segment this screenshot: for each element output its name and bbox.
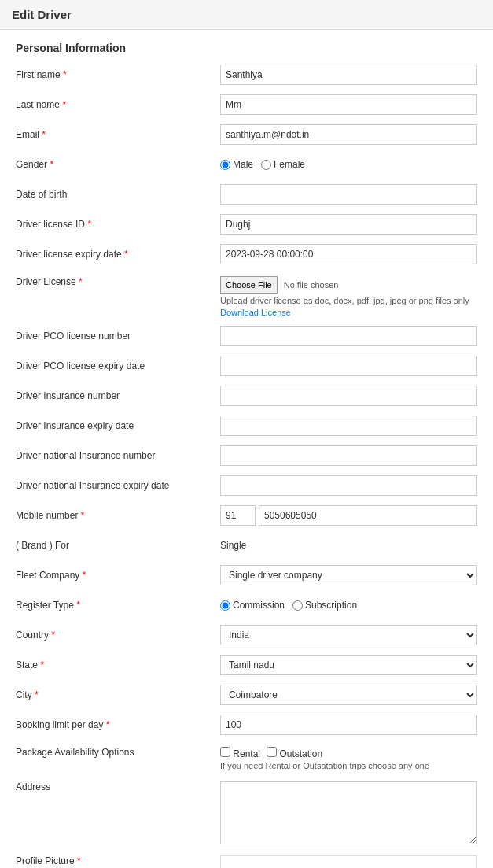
- gender-male-radio[interactable]: [220, 160, 230, 170]
- city-row: City * Coimbatore Chennai Mumbai: [16, 684, 477, 706]
- state-label: State *: [16, 659, 220, 670]
- first-name-row: First name *: [16, 64, 477, 86]
- driver-license-id-label: Driver license ID *: [16, 219, 220, 230]
- register-type-row: Register Type * Commission Subscription: [16, 594, 477, 616]
- driver-insurance-expiry-label: Driver Insurance expiry date: [16, 420, 220, 431]
- driver-pco-expiry-label: Driver PCO license expiry date: [16, 360, 220, 371]
- register-subscription-option[interactable]: Subscription: [292, 600, 357, 611]
- driver-license-expiry-row: Driver license expiry date *: [16, 243, 477, 265]
- address-label: Address: [16, 781, 220, 792]
- address-row: Address: [16, 778, 477, 844]
- signature-preview: [220, 855, 477, 868]
- driver-national-insurance-number-row: Driver national Insurance number: [16, 445, 477, 467]
- mobile-code-input[interactable]: [220, 505, 256, 526]
- last-name-input[interactable]: [220, 94, 477, 115]
- driver-national-insurance-expiry-label: Driver national Insurance expiry date: [16, 480, 220, 491]
- gender-male-option[interactable]: Male: [220, 159, 253, 170]
- driver-license-choose-file-button[interactable]: Choose File: [220, 276, 278, 294]
- register-type-radio-group: Commission Subscription: [220, 600, 357, 611]
- driver-insurance-number-label: Driver Insurance number: [16, 390, 220, 401]
- driver-license-file-row-inner: Choose File No file chosen: [220, 276, 469, 294]
- email-input[interactable]: [220, 124, 477, 145]
- booking-limit-label: Booking limit per day *: [16, 719, 220, 730]
- mobile-number-label: Mobile number *: [16, 510, 220, 521]
- fleet-company-select[interactable]: Single driver company Company 2 Company …: [220, 565, 477, 585]
- register-commission-option[interactable]: Commission: [220, 600, 285, 611]
- driver-pco-number-label: Driver PCO license number: [16, 331, 220, 342]
- package-outstation-checkbox[interactable]: [267, 747, 277, 757]
- gender-radio-group: Male Female: [220, 159, 305, 170]
- driver-pco-expiry-input[interactable]: [220, 356, 477, 376]
- driver-pco-expiry-row: Driver PCO license expiry date: [16, 355, 477, 377]
- profile-pic-upload-area: Choose File No file chosen Upload image …: [220, 855, 477, 868]
- dob-label: Date of birth: [16, 189, 220, 200]
- gender-label: Gender *: [16, 159, 220, 170]
- brand-row: ( Brand ) For Single: [16, 534, 477, 556]
- first-name-label: First name *: [16, 69, 220, 80]
- city-select[interactable]: Coimbatore Chennai Mumbai: [220, 685, 477, 705]
- register-commission-radio[interactable]: [220, 600, 230, 611]
- gender-female-radio[interactable]: [261, 160, 271, 170]
- state-row: State * Tamil nadu Karnataka Kerala: [16, 654, 477, 676]
- mobile-number-row: Mobile number *: [16, 504, 477, 526]
- signature-image: [302, 863, 396, 868]
- register-subscription-radio[interactable]: [292, 600, 303, 611]
- driver-national-insurance-expiry-row: Driver national Insurance expiry date: [16, 475, 477, 497]
- package-checkboxes: Rental Outstation: [220, 747, 322, 759]
- first-name-input[interactable]: [220, 65, 477, 85]
- fleet-company-label: Fleet Company *: [16, 570, 220, 581]
- state-select[interactable]: Tamil nadu Karnataka Kerala: [220, 655, 477, 675]
- mobile-number-input[interactable]: [259, 505, 477, 526]
- register-type-label: Register Type *: [16, 600, 220, 611]
- email-row: Email *: [16, 124, 477, 146]
- section-title: Personal Information: [16, 42, 477, 54]
- package-options-group: Rental Outstation If you need Rental or …: [220, 747, 429, 770]
- gender-female-option[interactable]: Female: [261, 159, 305, 170]
- dob-input[interactable]: [220, 184, 477, 205]
- driver-pco-number-input[interactable]: [220, 326, 477, 346]
- package-rental-checkbox[interactable]: [220, 747, 230, 757]
- package-hint: If you need Rental or Outsatation trips …: [220, 761, 429, 770]
- package-outstation-option[interactable]: Outstation: [267, 747, 322, 759]
- country-label: Country *: [16, 630, 220, 641]
- driver-license-file-label: Driver License *: [16, 276, 220, 287]
- package-availability-row: Package Availability Options Rental Outs…: [16, 744, 477, 770]
- driver-license-file-row: Driver License * Choose File No file cho…: [16, 273, 477, 317]
- country-row: Country * India USA UK: [16, 624, 477, 646]
- page-title: Edit Driver: [0, 0, 493, 30]
- driver-national-insurance-number-input[interactable]: [220, 445, 477, 466]
- driver-pco-number-row: Driver PCO license number: [16, 325, 477, 347]
- brand-value: Single: [220, 540, 246, 551]
- driver-national-insurance-number-label: Driver national Insurance number: [16, 450, 220, 461]
- driver-license-upload-hint: Upload driver license as doc, docx, pdf,…: [220, 296, 469, 305]
- fleet-company-row: Fleet Company * Single driver company Co…: [16, 564, 477, 586]
- gender-row: Gender * Male Female: [16, 153, 477, 175]
- city-label: City *: [16, 689, 220, 700]
- driver-license-id-row: Driver license ID *: [16, 213, 477, 235]
- driver-license-expiry-label: Driver license expiry date *: [16, 249, 220, 260]
- driver-license-upload-area: Choose File No file chosen Upload driver…: [220, 276, 469, 317]
- driver-insurance-expiry-row: Driver Insurance expiry date: [16, 415, 477, 437]
- package-availability-label: Package Availability Options: [16, 747, 220, 758]
- driver-national-insurance-expiry-input[interactable]: [220, 475, 477, 496]
- driver-license-id-input[interactable]: [220, 214, 477, 235]
- mobile-phone-group: [220, 505, 477, 526]
- dob-row: Date of birth: [16, 183, 477, 205]
- driver-insurance-expiry-input[interactable]: [220, 416, 477, 436]
- driver-license-expiry-input[interactable]: [220, 244, 477, 264]
- last-name-row: Last name *: [16, 94, 477, 116]
- package-rental-option[interactable]: Rental: [220, 747, 260, 759]
- booking-limit-row: Booking limit per day *: [16, 714, 477, 736]
- booking-limit-input[interactable]: [220, 715, 477, 735]
- email-label: Email *: [16, 129, 220, 140]
- brand-label: ( Brand ) For: [16, 540, 220, 551]
- country-select[interactable]: India USA UK: [220, 625, 477, 645]
- profile-picture-row: Profile Picture * Choose File No file ch…: [16, 852, 477, 868]
- driver-insurance-number-input[interactable]: [220, 386, 477, 406]
- profile-picture-label: Profile Picture *: [16, 855, 220, 866]
- driver-license-no-file: No file chosen: [284, 280, 339, 290]
- driver-insurance-number-row: Driver Insurance number: [16, 385, 477, 407]
- last-name-label: Last name *: [16, 99, 220, 110]
- address-textarea[interactable]: [220, 781, 477, 844]
- driver-license-download-link[interactable]: Download License: [220, 308, 469, 317]
